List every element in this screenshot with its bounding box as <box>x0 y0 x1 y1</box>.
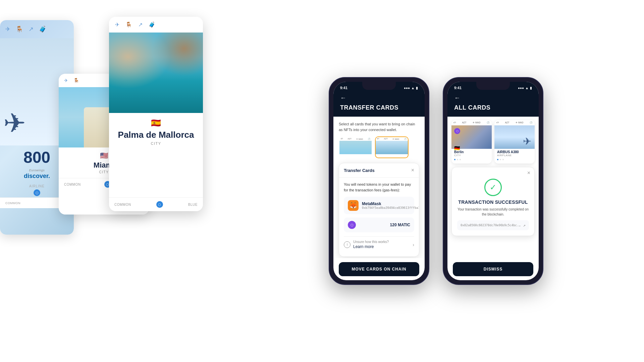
wallet-address: 0xb794f5ea0ba39494ce839613fffba74... <box>362 206 419 209</box>
common-badge: COMMON <box>5 201 20 205</box>
status-dot-2 <box>457 159 458 160</box>
wallet-info: MetaMask 0xb794f5ea0ba39494ce839613fffba… <box>362 201 419 209</box>
status-icons-2: ●●● ▲ ▮ <box>518 86 532 90</box>
transfer-body: Select all cards that you want to bring … <box>333 117 425 258</box>
move-cards-button[interactable]: MOVE CARDS ON CHAIN <box>339 262 419 276</box>
back-button-2[interactable]: ← <box>454 95 532 102</box>
success-check-icon: ✓ <box>484 179 502 196</box>
learn-labels: Unsure how this works? Learn more <box>353 240 410 249</box>
thumb-topbar-1: 🏷AZT✈ MAD🕐 <box>339 137 372 141</box>
berlin-flag: 🇩🇪 <box>454 145 460 151</box>
transfer-screen: 9:41 ●●● ▲ ▮ ← TRANSFER CARDS Select all… <box>333 82 425 280</box>
wifi-icon-2: ▲ <box>525 86 529 90</box>
palma-card[interactable]: ✈ 🪑 ↗ 🧳 🇪🇸 Palma de Mallorca CITY COMMON… <box>109 17 203 211</box>
transfer-phone: 9:41 ●●● ▲ ▮ ← TRANSFER CARDS Select all… <box>329 77 429 285</box>
wallet-row: 🦊 MetaMask 0xb794f5ea0ba39494ce839613fff… <box>344 197 414 214</box>
battery-icon: ▮ <box>416 86 418 90</box>
transfer-header: ← TRANSFER CARDS <box>333 91 425 117</box>
all-cards-phone: 9:41 ●●● ▲ ▮ ← ALL CARDS 🏷 <box>443 77 543 285</box>
matic-row: ⬡ 120 MATIC <box>344 218 414 232</box>
berlin-card[interactable]: 🏷AZT✈ MAD🕐 ⬡ 🇩🇪 Berlin CITY <box>451 120 492 164</box>
learn-more-row[interactable]: i Unsure how this works? Learn more › <box>344 236 414 252</box>
berlin-image: ⬡ 🇩🇪 <box>451 125 492 149</box>
status-icons-1: ●●● ▲ ▮ <box>404 86 418 90</box>
thumb-topbar-2: 🏷AZT✈ MAD🕐 <box>376 137 408 141</box>
airbus-card[interactable]: 🏷AZT✈ MAD🕐 ✈ AIRBUS A380 AIRPLANE <box>494 120 535 164</box>
airbus-dot-1 <box>497 159 498 160</box>
palma-blue: BLUE <box>188 203 198 206</box>
transfer-icon-2: ↗ <box>138 21 143 28</box>
card-thumb-2[interactable]: 🏷AZT✈ MAD🕐 <box>375 136 409 158</box>
phone-notch-1 <box>362 82 396 90</box>
matic-icon: ⬡ <box>348 221 356 229</box>
tx-success-dialog: × ✓ TRANSACTION SUCCESSFUL Your transact… <box>451 167 535 236</box>
learn-more-text: Learn more <box>353 244 410 249</box>
ew-text: Eurowings <box>29 169 45 172</box>
berlin-status <box>451 159 492 162</box>
dismiss-button[interactable]: DISMISS <box>453 262 533 276</box>
luggage-icon: 🧳 <box>39 25 46 33</box>
plane-image: ✈ <box>3 108 26 139</box>
tx-dialog-header: × <box>452 167 534 176</box>
palma-chain: ⬡ <box>156 201 163 208</box>
chain-badge: ⬡ <box>34 189 40 196</box>
palma-flag: 🇪🇸 <box>114 118 198 128</box>
palma-type: CITY <box>114 141 198 145</box>
transfer-icon: ↗ <box>29 25 34 33</box>
tx-dialog-body: ✓ TRANSACTION SUCCESSFUL Your transactio… <box>452 176 534 236</box>
airbus-status <box>494 159 535 162</box>
tx-close-btn[interactable]: × <box>527 170 530 176</box>
all-cards-title: ALL CARDS <box>454 104 532 111</box>
right-section: 9:41 ●●● ▲ ▮ ← TRANSFER CARDS Select all… <box>228 0 644 362</box>
card-thumbnails: 🏷AZT✈ MAD🕐 🏷AZT✈ MAD🕐 <box>339 136 419 158</box>
palma-city: Palma de Mallorca <box>114 130 198 140</box>
miami-common: COMMON <box>64 183 81 186</box>
dialog-title: Transfer Cards <box>344 168 375 173</box>
luggage-icon-2: 🧳 <box>149 21 155 28</box>
airbus-info: AIRBUS A380 AIRPLANE <box>494 149 535 159</box>
back-button-1[interactable]: ← <box>340 95 418 102</box>
transfer-subtitle: Select all cards that you want to bring … <box>339 121 419 132</box>
seat-icon-3: 🪑 <box>73 78 79 83</box>
tx-hash-text: 0x82a8560c602378dc70e96b9c5c4bc... <box>461 224 522 227</box>
palma-image <box>109 33 203 113</box>
transfer-dialog: Transfer Cards × You will need tokens in… <box>339 163 419 257</box>
external-link-icon: ↗ <box>523 223 526 228</box>
airbus-plane-icon: ✈ <box>523 135 531 147</box>
flight-icon-3: ✈ <box>64 78 68 83</box>
info-icon: i <box>344 241 351 248</box>
signal-icon-2: ●●● <box>518 86 524 90</box>
wallet-name: MetaMask <box>362 201 419 206</box>
metamask-fox-icon: 🦊 <box>348 200 359 211</box>
airbus-type: AIRPLANE <box>497 154 532 157</box>
airbus-topbar: 🏷AZT✈ MAD🕐 <box>494 120 535 125</box>
left-section: ✈ 🪑 ↗ 🧳 ✈ 800 Eurowings discover. AIRLIN… <box>0 0 228 362</box>
dialog-close-btn[interactable]: × <box>411 167 414 173</box>
tx-success-title: TRANSACTION SUCCESSFUL <box>457 199 529 205</box>
airbus-image: ✈ <box>494 125 535 149</box>
card-thumb-1[interactable]: 🏷AZT✈ MAD🕐 <box>339 136 372 158</box>
matic-amount: 120 MATIC <box>390 223 410 227</box>
flight-icon-2: ✈ <box>115 21 119 28</box>
tx-hash-row[interactable]: 0x82a8560c602378dc70e96b9c5c4bc... ↗ <box>457 220 529 230</box>
all-cards-screen: 9:41 ●●● ▲ ▮ ← ALL CARDS 🏷 <box>447 82 539 280</box>
dialog-header: Transfer Cards × <box>339 163 419 178</box>
airbus-name: AIRBUS A380 <box>497 150 532 154</box>
phone-notch-2 <box>476 82 510 90</box>
time-1: 9:41 <box>340 86 347 90</box>
dialog-desc: You will need tokens in your wallet to p… <box>344 182 414 193</box>
dialog-body: You will need tokens in your wallet to p… <box>339 178 419 256</box>
palma-common: COMMON <box>114 203 131 206</box>
transfer-title: TRANSFER CARDS <box>340 104 418 111</box>
flight-icon: ✈ <box>5 25 10 33</box>
thumb-img-1 <box>339 141 372 154</box>
battery-icon-2: ▮ <box>530 86 532 90</box>
time-2: 9:41 <box>454 86 462 90</box>
all-cards-header: ← ALL CARDS <box>447 91 539 117</box>
status-dot-3 <box>460 159 461 160</box>
berlin-topbar: 🏷AZT✈ MAD🕐 <box>451 120 492 125</box>
chevron-right-icon: › <box>413 242 414 247</box>
berlin-type: CITY <box>454 154 489 157</box>
signal-icon: ●●● <box>404 86 410 90</box>
airbus-dot-3 <box>502 159 504 160</box>
